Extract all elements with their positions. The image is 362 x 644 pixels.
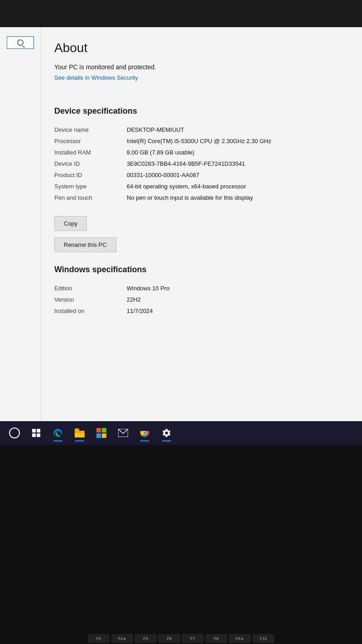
- spec-value: Windows 10 Pro: [127, 283, 344, 294]
- windows-specs-table: Edition Windows 10 Pro Version 22H2 Inst…: [54, 283, 344, 317]
- taskbar: [0, 421, 362, 445]
- spec-label: Device name: [54, 124, 127, 135]
- key-f4[interactable]: F4 ▸: [111, 634, 133, 643]
- main-content: About Your PC is monitored and protected…: [41, 27, 362, 421]
- spec-value: DESKTOP-MEMIUUT: [127, 124, 344, 135]
- start-button[interactable]: [5, 423, 24, 443]
- settings-button[interactable]: [157, 423, 176, 443]
- chrome-icon: [140, 428, 150, 438]
- spec-value: 8.00 GB (7.89 GB usable): [127, 147, 344, 158]
- windows-specs-title: Windows specifications: [54, 265, 344, 274]
- device-specs-table: Device name DESKTOP-MEMIUUT Processor In…: [54, 124, 344, 203]
- top-bar: [0, 0, 362, 27]
- key-f10[interactable]: F10: [252, 634, 274, 643]
- protection-text: Your PC is monitored and protected.: [54, 63, 344, 71]
- settings-active-indicator: [162, 440, 171, 442]
- spec-value: 00331-10000-00001-AA087: [127, 169, 344, 181]
- svg-rect-0: [96, 428, 101, 433]
- table-row: Pen and touch No pen or touch input is a…: [54, 192, 344, 203]
- sidebar: [0, 27, 41, 421]
- folder-icon: [75, 428, 85, 437]
- key-f3[interactable]: F3: [88, 634, 110, 643]
- spec-label: Product ID: [54, 169, 127, 181]
- key-f7[interactable]: F7: [182, 634, 204, 643]
- edge-active-indicator: [53, 440, 62, 442]
- copy-button[interactable]: Copy: [54, 216, 87, 231]
- edge-button[interactable]: [48, 423, 68, 443]
- table-row: Processor Intel(R) Core(TM) i5-5300U CPU…: [54, 135, 344, 147]
- settings-window: About Your PC is monitored and protected…: [0, 27, 362, 421]
- svg-point-7: [143, 432, 146, 434]
- device-specs-title: Device specifications: [54, 106, 344, 116]
- key-f5[interactable]: F5: [135, 634, 157, 643]
- svg-rect-3: [102, 433, 106, 438]
- chrome-active-indicator: [140, 440, 149, 442]
- spec-label: Installed RAM: [54, 147, 127, 158]
- search-icon: [17, 39, 24, 46]
- spec-label: Device ID: [54, 158, 127, 169]
- mail-icon: [118, 429, 128, 437]
- table-row: Version 22H2: [54, 294, 344, 305]
- spec-value: 11/7/2024: [127, 305, 344, 317]
- key-f8[interactable]: F8: [205, 634, 227, 643]
- spec-value: 3E9C0283-7BB4-4164-9B5F-FE7241D33541: [127, 158, 344, 169]
- spec-label: Version: [54, 294, 127, 305]
- spec-value: 64-bit operating system, x64-based proce…: [127, 181, 344, 192]
- spec-label: Pen and touch: [54, 192, 127, 203]
- spec-value: No pen or touch input is available for t…: [127, 192, 344, 203]
- spec-label: Processor: [54, 135, 127, 147]
- table-row: Device ID 3E9C0283-7BB4-4164-9B5F-FE7241…: [54, 158, 344, 169]
- rename-button[interactable]: Rename this PC: [54, 237, 116, 252]
- store-icon: [96, 428, 106, 438]
- search-box[interactable]: [7, 36, 34, 49]
- fkey-row: F3 F4 ▸ F5 F6 F7 F8 F9 ▸ F10: [9, 634, 353, 643]
- keyboard-area: F3 F4 ▸ F5 F6 F7 F8 F9 ▸ F10 #3 $4 %5 ^6…: [0, 472, 362, 644]
- below-taskbar: [0, 445, 362, 472]
- mail-button[interactable]: [113, 423, 133, 443]
- spec-label: Installed on: [54, 305, 127, 317]
- spec-value: Intel(R) Core(TM) i5-5300U CPU @ 2.30GHz…: [127, 135, 344, 147]
- see-details-link[interactable]: See details in Windows Security: [54, 74, 138, 81]
- spec-value: 22H2: [127, 294, 344, 305]
- edge-icon: [53, 428, 63, 438]
- taskview-button[interactable]: [26, 423, 46, 443]
- table-row: Edition Windows 10 Pro: [54, 283, 344, 294]
- explorer-button[interactable]: [70, 423, 90, 443]
- windows-icon: [9, 428, 20, 438]
- table-row: Device name DESKTOP-MEMIUUT: [54, 124, 344, 135]
- keyboard: F3 F4 ▸ F5 F6 F7 F8 F9 ▸ F10 #3 $4 %5 ^6…: [0, 634, 362, 644]
- taskview-icon: [32, 429, 40, 437]
- store-button[interactable]: [91, 423, 111, 443]
- table-row: System type 64-bit operating system, x64…: [54, 181, 344, 192]
- table-row: Installed RAM 8.00 GB (7.89 GB usable): [54, 147, 344, 158]
- table-row: Installed on 11/7/2024: [54, 305, 344, 317]
- svg-rect-2: [96, 433, 101, 438]
- gear-icon: [162, 428, 171, 438]
- key-f6[interactable]: F6: [158, 634, 180, 643]
- spec-label: Edition: [54, 283, 127, 294]
- table-row: Product ID 00331-10000-00001-AA087: [54, 169, 344, 181]
- page-title: About: [54, 41, 344, 55]
- key-f9[interactable]: F9 ▸: [229, 634, 251, 643]
- svg-rect-1: [102, 428, 106, 433]
- spec-label: System type: [54, 181, 127, 192]
- explorer-active-indicator: [75, 440, 84, 442]
- chrome-button[interactable]: [135, 423, 155, 443]
